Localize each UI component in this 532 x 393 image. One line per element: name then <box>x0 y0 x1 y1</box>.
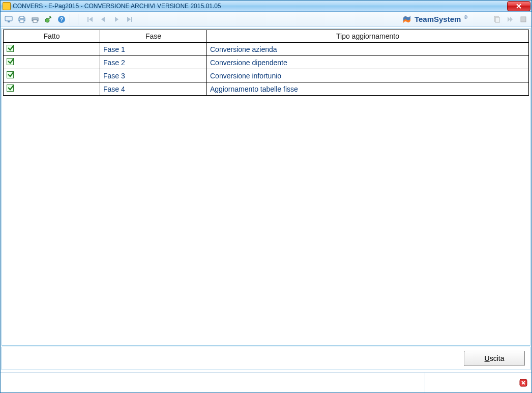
toolbar-separator <box>78 14 82 25</box>
cell-fatto[interactable] <box>4 82 100 96</box>
nav-last-button[interactable] <box>125 14 135 24</box>
last-icon <box>126 15 134 23</box>
cell-tipo[interactable]: Conversione dipendente <box>207 56 529 69</box>
next-icon <box>112 15 121 23</box>
svg-point-9 <box>45 18 49 22</box>
toolbar-nav-group <box>85 14 135 24</box>
exit-button[interactable]: Uscita <box>464 351 525 366</box>
table-row[interactable]: Fase 1Conversione azienda <box>4 43 529 56</box>
exit-rest: scita <box>490 354 505 362</box>
grid-container: Fatto Fase Tipo aggiornamento Fase 1Conv… <box>3 30 529 344</box>
toolbar-screen-button[interactable] <box>4 14 14 24</box>
cell-tipo[interactable]: Conversione azienda <box>207 43 529 56</box>
chevrons-right-icon <box>506 15 514 23</box>
toolbar-copy-button[interactable] <box>492 14 502 24</box>
close-icon <box>516 3 522 9</box>
printer-icon <box>18 15 26 23</box>
status-right <box>425 373 531 392</box>
svg-rect-19 <box>495 17 499 22</box>
cell-fase[interactable]: Fase 1 <box>100 43 207 56</box>
toolbar-print2-button[interactable] <box>30 14 40 24</box>
svg-text:?: ? <box>60 16 64 22</box>
toolbar-help-button[interactable]: ? <box>56 14 67 24</box>
monitor-icon <box>5 15 13 23</box>
brand-registered: ® <box>464 15 467 20</box>
app-window: CONVERS - E-Pag2015 - CONVERSIONE ARCHIV… <box>0 0 532 393</box>
cell-fase[interactable]: Fase 2 <box>100 56 207 69</box>
exit-accel: U <box>485 354 490 362</box>
status-left <box>1 373 425 392</box>
toolbar-print-button[interactable] <box>17 14 27 24</box>
prev-icon <box>99 15 107 23</box>
main-panel: Fatto Fase Tipo aggiornamento Fase 1Conv… <box>2 28 530 346</box>
brand-logo: TeamSystem® <box>402 15 467 24</box>
window-close-button[interactable] <box>507 1 530 11</box>
titlebar-left: CONVERS - E-Pag2015 - CONVERSIONE ARCHIV… <box>3 2 221 10</box>
cell-fase[interactable]: Fase 3 <box>100 69 207 82</box>
button-bar: Uscita <box>2 347 530 370</box>
svg-rect-3 <box>8 21 10 22</box>
check-icon <box>7 71 14 78</box>
error-icon[interactable] <box>519 379 527 387</box>
titlebar: CONVERS - E-Pag2015 - CONVERSIONE ARCHIV… <box>1 1 531 12</box>
brand-name: TeamSystem <box>415 15 461 23</box>
cell-fatto[interactable] <box>4 56 100 69</box>
cell-fase[interactable]: Fase 4 <box>100 82 207 96</box>
svg-rect-17 <box>131 17 132 22</box>
content-area: Fatto Fase Tipo aggiornamento Fase 1Conv… <box>1 27 531 372</box>
first-icon <box>86 15 94 23</box>
toolbar-separator <box>70 14 74 25</box>
toolbar-group-right <box>492 14 528 24</box>
app-icon <box>3 2 11 10</box>
svg-rect-8 <box>33 20 37 22</box>
col-header-tipo[interactable]: Tipo aggiornamento <box>207 30 529 43</box>
cell-fatto[interactable] <box>4 69 100 82</box>
check-icon <box>7 85 14 92</box>
svg-marker-13 <box>89 17 93 22</box>
svg-marker-20 <box>508 17 510 22</box>
export-icon <box>44 15 52 23</box>
printer-alt-icon <box>31 15 39 23</box>
nav-next-button[interactable] <box>111 14 122 24</box>
nav-prev-button[interactable] <box>98 14 108 24</box>
copy-icon <box>493 15 501 23</box>
table-row[interactable]: Fase 4Aggiornamento tabelle fisse <box>4 82 529 96</box>
svg-marker-14 <box>101 17 105 22</box>
toolbar-group-left: ? <box>4 14 67 24</box>
svg-rect-6 <box>20 20 24 22</box>
svg-rect-22 <box>521 17 526 22</box>
check-icon <box>7 58 14 65</box>
brand-mark-icon <box>402 15 411 24</box>
toolbar-forward-button[interactable] <box>505 14 515 24</box>
window-title: CONVERS - E-Pag2015 - CONVERSIONE ARCHIV… <box>13 3 221 10</box>
check-icon <box>7 45 14 52</box>
table-row[interactable]: Fase 2Conversione dipendente <box>4 56 529 69</box>
svg-marker-15 <box>115 17 119 22</box>
phases-table: Fatto Fase Tipo aggiornamento Fase 1Conv… <box>3 30 529 96</box>
toolbar-stop-button[interactable] <box>518 14 528 24</box>
svg-rect-5 <box>20 16 24 18</box>
svg-marker-16 <box>127 17 131 22</box>
col-header-fatto[interactable]: Fatto <box>4 30 100 43</box>
svg-marker-21 <box>510 17 513 22</box>
nav-first-button[interactable] <box>85 14 95 24</box>
cell-fatto[interactable] <box>4 43 100 56</box>
cell-tipo[interactable]: Aggiornamento tabelle fisse <box>207 82 529 96</box>
stop-icon <box>519 15 527 23</box>
svg-rect-2 <box>5 16 12 21</box>
toolbar: ? <box>1 12 531 27</box>
svg-rect-12 <box>87 17 88 22</box>
cell-tipo[interactable]: Conversione infortunio <box>207 69 529 82</box>
help-icon: ? <box>57 15 66 23</box>
col-header-fase[interactable]: Fase <box>100 30 207 43</box>
statusbar <box>1 372 531 392</box>
table-header-row: Fatto Fase Tipo aggiornamento <box>4 30 529 43</box>
toolbar-export-button[interactable] <box>43 14 53 24</box>
table-row[interactable]: Fase 3Conversione infortunio <box>4 69 529 82</box>
